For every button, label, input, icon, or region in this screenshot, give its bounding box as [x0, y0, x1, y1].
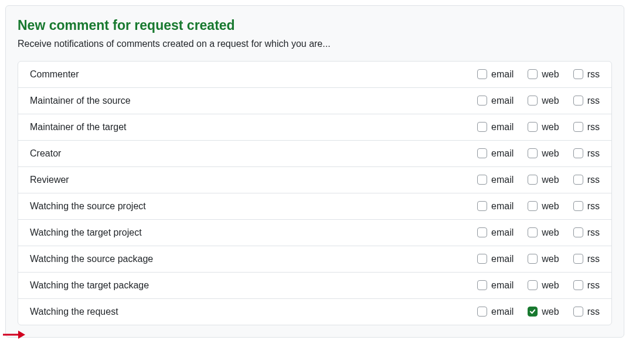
email-checkbox[interactable] — [477, 69, 487, 79]
web-checkbox[interactable] — [528, 175, 538, 185]
rss-option[interactable]: rss — [573, 254, 600, 264]
email-checkbox[interactable] — [477, 227, 487, 237]
rss-checkbox[interactable] — [573, 122, 583, 132]
email-option[interactable]: email — [477, 69, 514, 80]
rss-label: rss — [587, 254, 600, 264]
email-option[interactable]: email — [477, 148, 514, 159]
email-label: email — [491, 69, 514, 80]
rss-checkbox[interactable] — [573, 280, 583, 290]
email-option[interactable]: email — [477, 122, 514, 132]
rss-checkbox[interactable] — [573, 227, 583, 237]
rss-label: rss — [587, 227, 600, 238]
email-option[interactable]: email — [477, 280, 514, 291]
email-label: email — [491, 96, 514, 106]
email-option[interactable]: email — [477, 307, 514, 317]
email-checkbox[interactable] — [477, 96, 487, 106]
rss-checkbox[interactable] — [573, 175, 583, 185]
rss-label: rss — [587, 69, 600, 80]
table-row: Maintainer of the sourceemailwebrss — [18, 88, 611, 114]
email-checkbox[interactable] — [477, 122, 487, 132]
section-subtitle: Receive notifications of comments create… — [18, 39, 612, 49]
rss-label: rss — [587, 175, 600, 185]
rss-label: rss — [587, 96, 600, 106]
web-label: web — [542, 254, 559, 264]
table-row: Watching the source projectemailwebrss — [18, 193, 611, 220]
email-label: email — [491, 175, 514, 185]
web-option[interactable]: web — [528, 254, 559, 264]
web-option[interactable]: web — [528, 280, 559, 291]
email-checkbox[interactable] — [477, 254, 487, 264]
web-option[interactable]: web — [528, 175, 559, 185]
table-row: Revieweremailwebrss — [18, 167, 611, 193]
email-checkbox[interactable] — [477, 148, 487, 158]
web-label: web — [542, 96, 559, 106]
email-option[interactable]: email — [477, 201, 514, 212]
row-label: Watching the target project — [30, 227, 477, 238]
web-option[interactable]: web — [528, 148, 559, 159]
table-row: Commenteremailwebrss — [18, 62, 611, 88]
web-option[interactable]: web — [528, 307, 559, 317]
web-checkbox[interactable] — [528, 307, 538, 317]
web-checkbox[interactable] — [528, 148, 538, 158]
web-checkbox[interactable] — [528, 96, 538, 106]
web-checkbox[interactable] — [528, 280, 538, 290]
channel-group: emailwebrss — [477, 254, 600, 264]
notification-section-card: New comment for request created Receive … — [5, 5, 624, 338]
email-option[interactable]: email — [477, 227, 514, 238]
rss-checkbox[interactable] — [573, 254, 583, 264]
web-label: web — [542, 280, 559, 291]
email-checkbox[interactable] — [477, 175, 487, 185]
web-option[interactable]: web — [528, 96, 559, 106]
web-option[interactable]: web — [528, 69, 559, 80]
email-option[interactable]: email — [477, 254, 514, 264]
row-label: Watching the target package — [30, 280, 477, 291]
rss-label: rss — [587, 307, 600, 317]
rss-checkbox[interactable] — [573, 201, 583, 211]
email-checkbox[interactable] — [477, 201, 487, 211]
rss-label: rss — [587, 201, 600, 212]
row-label: Watching the request — [30, 307, 477, 317]
email-option[interactable]: email — [477, 175, 514, 185]
rss-option[interactable]: rss — [573, 148, 600, 159]
rss-checkbox[interactable] — [573, 69, 583, 79]
web-option[interactable]: web — [528, 122, 559, 132]
email-option[interactable]: email — [477, 96, 514, 106]
web-option[interactable]: web — [528, 227, 559, 238]
channel-group: emailwebrss — [477, 201, 600, 212]
rss-checkbox[interactable] — [573, 96, 583, 106]
rss-checkbox[interactable] — [573, 148, 583, 158]
web-label: web — [542, 227, 559, 238]
web-checkbox[interactable] — [528, 254, 538, 264]
row-label: Maintainer of the target — [30, 122, 477, 132]
channel-group: emailwebrss — [477, 122, 600, 132]
web-checkbox[interactable] — [528, 227, 538, 237]
rss-checkbox[interactable] — [573, 307, 583, 317]
rss-option[interactable]: rss — [573, 307, 600, 317]
web-checkbox[interactable] — [528, 69, 538, 79]
web-option[interactable]: web — [528, 201, 559, 212]
rss-option[interactable]: rss — [573, 280, 600, 291]
email-checkbox[interactable] — [477, 280, 487, 290]
row-label: Commenter — [30, 69, 477, 80]
email-checkbox[interactable] — [477, 307, 487, 317]
web-label: web — [542, 69, 559, 80]
web-label: web — [542, 148, 559, 159]
rss-option[interactable]: rss — [573, 122, 600, 132]
rss-option[interactable]: rss — [573, 227, 600, 238]
notification-role-list: CommenteremailwebrssMaintainer of the so… — [18, 61, 612, 325]
row-label: Watching the source project — [30, 201, 477, 212]
web-label: web — [542, 307, 559, 317]
rss-option[interactable]: rss — [573, 96, 600, 106]
table-row: Watching the target projectemailwebrss — [18, 220, 611, 246]
section-title: New comment for request created — [18, 18, 612, 34]
table-row: Watching the target packageemailwebrss — [18, 273, 611, 299]
rss-option[interactable]: rss — [573, 201, 600, 212]
email-label: email — [491, 148, 514, 159]
rss-option[interactable]: rss — [573, 175, 600, 185]
channel-group: emailwebrss — [477, 148, 600, 159]
channel-group: emailwebrss — [477, 307, 600, 317]
rss-option[interactable]: rss — [573, 69, 600, 80]
web-label: web — [542, 201, 559, 212]
web-checkbox[interactable] — [528, 122, 538, 132]
web-checkbox[interactable] — [528, 201, 538, 211]
